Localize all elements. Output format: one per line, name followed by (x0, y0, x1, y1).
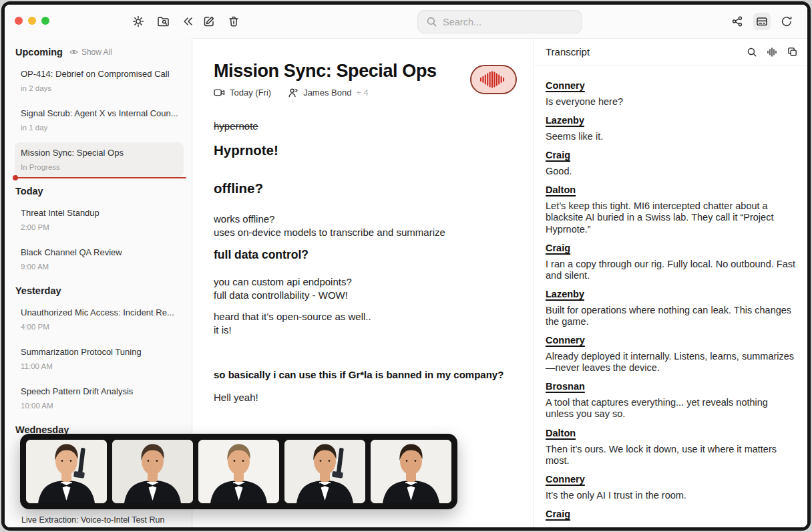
speaker-text: A tool that captures everything... yet r… (546, 397, 798, 420)
live-progress-dot (13, 175, 18, 180)
speaker-name[interactable]: Lazenby (546, 115, 584, 126)
sidebar-section: TodayThreat Intel Standup2:00 PMBlack Ch… (5, 186, 192, 277)
sidebar-item[interactable]: Signal Scrub: Agent X vs Internal Coun..… (15, 103, 184, 138)
transcript-entry: CraigI ran a copy through our rig. Fully… (546, 242, 798, 281)
toolbar-divider (193, 38, 807, 39)
sync-button[interactable] (778, 13, 795, 30)
caption-panel-button[interactable] (753, 13, 771, 30)
note-block: offline? (214, 180, 520, 196)
waveform-icon[interactable] (767, 47, 777, 57)
note-body[interactable]: hypernoteHyprnote!offline?works offline?… (214, 120, 520, 404)
transcript-entry: CraigGood. (546, 149, 798, 177)
transcript-entry: ConneryAlready deployed it internally. L… (546, 334, 798, 374)
bond-photo-strip[interactable] (20, 434, 457, 509)
speaker-name[interactable]: Connery (546, 335, 585, 346)
note-block: hypernote (214, 120, 520, 132)
section-title: Upcoming (15, 47, 63, 57)
speaker-name[interactable]: Craig (546, 509, 570, 519)
transcript-panel: Transcript ConneryIs everyone here?Lazen… (533, 39, 807, 527)
collapse-sidebar-button[interactable] (179, 13, 196, 30)
transcript-title: Transcript (546, 46, 590, 57)
editor-toolbar-icons (200, 13, 242, 30)
meta-date-chip[interactable]: Today (Fri) (214, 88, 271, 98)
video-camera-icon (214, 88, 225, 98)
close-button[interactable] (15, 17, 23, 25)
brosnan-portrait[interactable] (284, 440, 365, 503)
speaker-text: It’s the only AI I trust in the room. (546, 490, 798, 501)
chevrons-left-icon (182, 16, 194, 27)
note-finder-button[interactable] (154, 13, 172, 30)
record-button[interactable] (470, 65, 517, 94)
section-title: Yesterday (15, 285, 61, 296)
connery-portrait[interactable] (26, 440, 107, 503)
trash-icon (228, 15, 240, 27)
speaker-text: I ran a copy through our rig. Fully loca… (546, 259, 798, 281)
copy-icon[interactable] (787, 46, 798, 57)
craig-portrait[interactable] (198, 440, 279, 503)
note-block: you can custom api endpoints?full data c… (214, 275, 520, 303)
transcript-entry: ConneryIt’s the only AI I trust in the r… (546, 473, 798, 501)
note-block: full data control? (214, 248, 520, 262)
sidebar-item[interactable]: Mission Sync: Special OpsIn Progress (15, 142, 184, 177)
sidebar-section: UpcomingShow AllOP-414: Debrief on Compr… (5, 47, 192, 177)
speaker-name[interactable]: Connery (546, 80, 585, 91)
transcript-entries[interactable]: ConneryIs everyone here?LazenbySeems lik… (534, 65, 807, 525)
speaker-name[interactable]: Lazenby (546, 289, 584, 299)
sidebar-item[interactable]: Unauthorized Mic Access: Incident Re...4… (15, 302, 184, 337)
share-button[interactable] (729, 13, 746, 30)
minimize-button[interactable] (28, 17, 36, 25)
speaker-text: Built for operations where nothing can l… (546, 305, 798, 327)
share-icon (731, 15, 743, 27)
meta-attendee-label: James Bond (303, 88, 351, 98)
transcript-entry: LazenbySeems like it. (546, 114, 798, 142)
dalton-portrait[interactable] (371, 440, 451, 503)
sidebar-sections: UpcomingShow AllOP-414: Debrief on Compr… (5, 47, 192, 435)
speaker-text: Is everyone here? (546, 96, 798, 108)
speaker-name[interactable]: Connery (546, 474, 585, 485)
transcript-header: Transcript (534, 39, 807, 65)
speaker-name[interactable]: Craig (546, 150, 570, 160)
speaker-text: Let’s keep this tight. MI6 intercepted c… (546, 201, 798, 235)
speaker-text: Seems like it. (546, 131, 798, 142)
search-icon (426, 16, 437, 27)
sidebar-item[interactable]: Speech Pattern Drift Analysis10:00 AM (15, 381, 184, 416)
zoom-button[interactable] (41, 17, 49, 25)
sidebar-item[interactable]: OP-414: Debrief on Compromised Callin 2 … (15, 63, 184, 98)
sidebar-item[interactable]: Black Channel QA Review9:00 AM (15, 242, 184, 277)
window-controls (15, 17, 49, 25)
speaker-name[interactable]: Dalton (546, 428, 576, 438)
new-note-button[interactable] (200, 13, 218, 30)
global-search (417, 10, 582, 33)
speaker-name[interactable]: Craig (546, 243, 570, 253)
transcript-entry: BrosnanA tool that captures everything..… (546, 380, 798, 420)
transcript-search-icon[interactable] (747, 47, 757, 57)
caption-panel-icon (756, 15, 768, 27)
speaker-text: Already deployed it internally. Listens,… (546, 351, 798, 374)
speaker-text: Then it’s ours. We lock it down, use it … (546, 444, 798, 467)
toolbar (5, 5, 807, 38)
sync-icon (781, 15, 793, 27)
recording-waveform-icon (479, 70, 508, 89)
speaker-name[interactable]: Brosnan (546, 381, 585, 392)
section-title: Today (15, 186, 43, 196)
speaker-name[interactable]: Dalton (546, 184, 576, 195)
delete-note-button[interactable] (225, 13, 242, 30)
show-all-button[interactable]: Show All (69, 47, 112, 57)
search-input[interactable] (443, 17, 574, 27)
meta-date-label: Today (Fri) (230, 88, 271, 98)
show-all-label: Show All (81, 47, 112, 57)
sidebar-section: YesterdayUnauthorized Mic Access: Incide… (5, 285, 192, 416)
note-block: so basically i can use this if Gr*la is … (214, 368, 520, 382)
transcript-entry: Craig (546, 508, 798, 525)
sidebar-item[interactable]: Summarization Protocol Tuning11:00 AM (15, 342, 184, 376)
sidebar-item[interactable]: Threat Intel Standup2:00 PM (15, 203, 184, 237)
meta-attendees-chip[interactable]: James Bond + 4 (288, 88, 369, 98)
settings-icon (132, 15, 144, 27)
transcript-entry: DaltonThen it’s ours. We lock it down, u… (546, 427, 798, 467)
lazenby-portrait[interactable] (112, 440, 193, 503)
meta-more-attendees: + 4 (356, 88, 368, 98)
note-block: works offline?uses on-device models to t… (214, 213, 520, 240)
settings-button[interactable] (130, 13, 147, 30)
attendee-icon (288, 88, 298, 98)
sidebar-item-live-extraction[interactable]: Live Extraction: Voice-to-Intel Test Run (21, 515, 164, 525)
